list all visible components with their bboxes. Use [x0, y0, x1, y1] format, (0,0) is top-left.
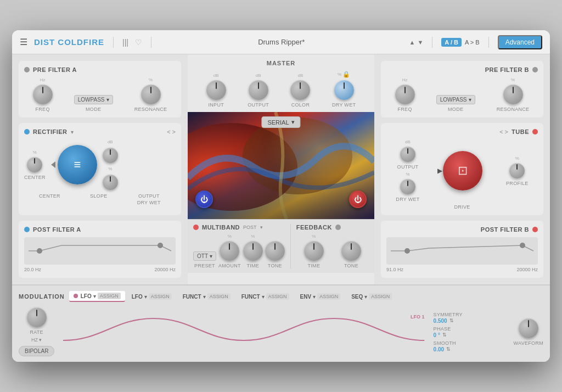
mod-tab-3[interactable]: FUNCT ▾ ASSIGN	[237, 291, 294, 302]
time-fb-knob[interactable]	[304, 241, 324, 261]
header-divider3	[432, 37, 432, 48]
heart-icon[interactable]: ♡	[135, 38, 142, 47]
resonance-a-unit: %	[149, 77, 153, 82]
freq-b-knob[interactable]	[395, 85, 415, 104]
rectifier-chevron[interactable]: ▾	[71, 129, 74, 135]
waveform-knob[interactable]	[519, 318, 538, 338]
color-group: dB COLOR	[290, 73, 310, 108]
mod-content: RATE HZ ▾ BIPOLAR LFO 1 SYMMETRY 0.500	[19, 307, 543, 356]
mod-tab-4[interactable]: ENV ▾ ASSIGN	[296, 291, 345, 302]
bipolar-button[interactable]: BIPOLAR	[19, 346, 54, 356]
tab-3-type: FUNCT	[241, 294, 260, 300]
input-knob[interactable]	[206, 80, 226, 100]
rectifier-nav: < >	[167, 128, 176, 135]
rectifier-next[interactable]: >	[172, 128, 176, 135]
power-btn-left[interactable]: ⏻	[195, 191, 213, 208]
preset-name[interactable]: Drums Ripper*	[160, 38, 403, 46]
visualization: SERIAL ▾ ⏻ ⏻	[188, 112, 374, 219]
output-tube-knob[interactable]	[400, 147, 415, 162]
tone-fb-knob[interactable]	[341, 241, 361, 261]
svg-point-6	[520, 243, 525, 248]
preset-group: OTT ▾ PRESET	[193, 251, 216, 268]
output-r-knob[interactable]	[103, 148, 118, 163]
tab-5-type: SEQ	[351, 294, 363, 300]
output-knob[interactable]	[249, 80, 268, 100]
arrow-down[interactable]: ▼	[417, 39, 423, 46]
preset-dropdown[interactable]: OTT ▾	[193, 251, 216, 261]
rectifier-title: RECTIFIER	[33, 128, 68, 135]
post-filter-a-eq[interactable]	[24, 237, 176, 265]
post-filter-b-low[interactable]: 91.0 Hz	[386, 267, 403, 272]
resonance-a-knob[interactable]	[141, 85, 161, 104]
tone-multi-knob[interactable]	[265, 241, 285, 261]
drywet-master-group: % 🔒 DRY WET	[332, 71, 356, 108]
post-filter-a-low[interactable]: 20.0 Hz	[24, 267, 41, 272]
drywet-tube-knob[interactable]	[400, 179, 415, 194]
center-knob[interactable]	[27, 157, 42, 172]
mode-a-select[interactable]: LOWPASS ▾	[74, 95, 113, 104]
ab-button[interactable]: A / B	[441, 38, 462, 47]
amount-knob[interactable]	[220, 241, 239, 261]
rectifier-prev[interactable]: <	[167, 128, 170, 135]
feedback-section: FEEDBACK % TIME TONE	[296, 224, 369, 268]
time-multi-group: % TIME	[243, 234, 263, 268]
tab-1-type: LFO	[132, 294, 143, 300]
advanced-button[interactable]: Advanced	[498, 35, 542, 49]
drywet-r-knob[interactable]	[103, 175, 118, 190]
drywet-master-knob[interactable]	[334, 80, 354, 100]
post-filter-a-dot	[24, 227, 30, 232]
multiband-dot	[193, 225, 199, 230]
pre-filter-a-title: PRE FILTER A	[33, 66, 77, 73]
input-group: dB INPUT	[206, 73, 226, 108]
header-divider2	[151, 37, 151, 48]
post-filter-b-title: POST FILTER B	[481, 226, 529, 233]
drive-knob[interactable]	[443, 151, 482, 191]
profile-knob[interactable]	[509, 163, 525, 178]
multiband-mode-arrow[interactable]: ▾	[260, 225, 263, 230]
post-filter-b-high[interactable]: 20000 Hz	[516, 267, 538, 272]
serial-button[interactable]: SERIAL ▾	[261, 116, 300, 128]
bars-icon[interactable]: |||	[122, 38, 128, 47]
tab-2-type: FUNCT	[183, 294, 201, 300]
post-filter-b-eq[interactable]	[386, 237, 538, 265]
mod-tab-1[interactable]: LFO ▾ ASSIGN	[127, 291, 176, 302]
plugin-window: ☰ DIST COLDFIRE ||| ♡ Drums Ripper* ▲ ▼ …	[12, 30, 550, 362]
rate-knob[interactable]	[27, 307, 47, 327]
tab-4-assign[interactable]: ASSIGN	[317, 293, 340, 300]
modulation-section: MODULATION LFO ▾ ASSIGN LFO ▾ ASSIGN FUN…	[12, 284, 550, 362]
mod-right: SYMMETRY 0.500 ⇅ PHASE 0 ° ⇅ SMOOTH	[434, 312, 505, 352]
slope-arrow-left[interactable]	[51, 161, 55, 168]
right-panel: PRE FILTER B Hz FREQ LOWPASS ▾ MODE	[374, 54, 550, 284]
arrow-up[interactable]: ▲	[409, 39, 415, 46]
ab-arrow[interactable]: A > B	[465, 39, 480, 46]
menu-icon[interactable]: ☰	[20, 37, 27, 47]
multiband-title: MULTIBAND	[202, 224, 240, 231]
tab-5-assign[interactable]: ASSIGN	[369, 293, 392, 300]
color-knob[interactable]	[290, 80, 310, 100]
tab-0-indicator	[74, 294, 78, 298]
tube-next[interactable]: >	[505, 128, 508, 135]
power-btn-right[interactable]: ⏻	[349, 191, 367, 208]
drive-arrow: ▶	[437, 167, 442, 175]
time-multi-knob[interactable]	[243, 241, 263, 261]
freq-a-knob[interactable]	[33, 85, 53, 104]
resonance-b-knob[interactable]	[503, 85, 523, 104]
mod-tab-0[interactable]: LFO ▾ ASSIGN	[69, 291, 125, 302]
mod-tab-5[interactable]: SEQ ▾ ASSIGN	[347, 291, 396, 302]
slope-knob[interactable]	[58, 145, 97, 184]
tube-section: < > TUBE dB OUTPUT % DRY WET	[381, 123, 543, 215]
effects-row: MULTIBAND POST ▾ OTT ▾ PRESET	[188, 219, 374, 273]
tab-1-assign[interactable]: ASSIGN	[149, 293, 172, 300]
main-content: PRE FILTER A Hz FREQ LOWPASS ▾ MODE	[12, 54, 550, 284]
tube-prev[interactable]: <	[499, 128, 503, 135]
master-section: MASTER dB INPUT dB OUTPUT dB	[188, 54, 374, 112]
tab-0-assign[interactable]: ASSIGN	[98, 293, 121, 299]
post-filter-b-dot	[532, 227, 538, 232]
effects-separator	[290, 224, 291, 268]
modulation-tabs: LFO ▾ ASSIGN LFO ▾ ASSIGN FUNCT ▾ ASSIGN…	[69, 291, 543, 302]
mod-tab-2[interactable]: FUNCT ▾ ASSIGN	[178, 291, 235, 302]
tab-2-assign[interactable]: ASSIGN	[207, 293, 231, 300]
post-filter-a-high[interactable]: 20000 Hz	[154, 267, 176, 272]
mode-b-select[interactable]: LOWPASS ▾	[436, 95, 475, 104]
tab-3-assign[interactable]: ASSIGN	[266, 293, 289, 300]
